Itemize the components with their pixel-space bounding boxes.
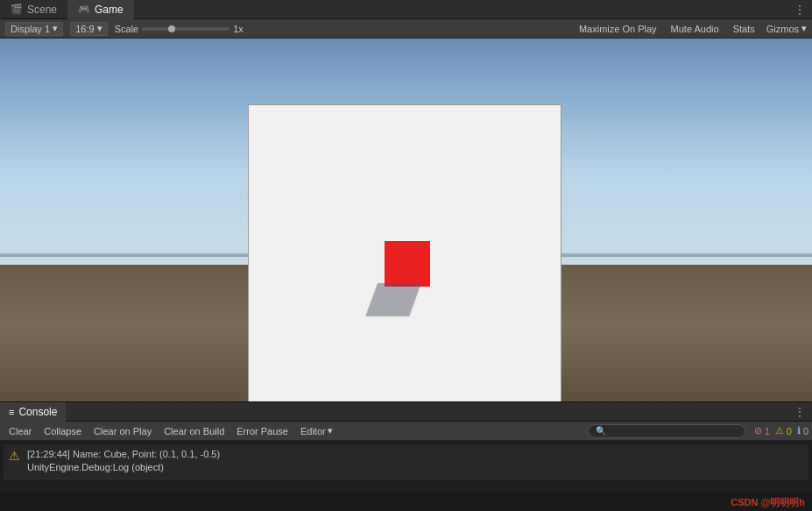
scale-control: Scale 1x: [115, 24, 244, 34]
info-count-value: 0: [803, 426, 808, 436]
log-warning-icon: ⚠: [9, 449, 20, 463]
console-counts: ⊘ 1 ⚠ 0 ℹ 0: [754, 425, 808, 436]
gizmos-chevron-icon: ▾: [801, 23, 807, 34]
console-tab-more[interactable]: ⋮: [794, 406, 812, 418]
warn-icon: ⚠: [775, 425, 784, 436]
error-count[interactable]: ⊘ 1: [754, 425, 770, 436]
toolbar-right: Maximize On Play Mute Audio Stats Gizmos…: [576, 23, 807, 34]
console-tab-bar: ≡ Console ⋮: [0, 402, 812, 422]
log-message: Name: Cube, Point: (0.1, 0.1, -0.5): [73, 449, 220, 459]
console-search-box[interactable]: 🔍: [588, 424, 745, 438]
maximize-on-play-button[interactable]: Maximize On Play: [576, 24, 660, 34]
gizmos-label: Gizmos: [766, 24, 799, 34]
collapse-button[interactable]: Collapse: [39, 424, 87, 438]
gizmos-dropdown[interactable]: Gizmos ▾: [766, 23, 807, 34]
clear-button[interactable]: Clear: [4, 424, 37, 438]
clear-on-play-button[interactable]: Clear on Play: [88, 424, 157, 438]
csdn-watermark: CSDN @明明明h: [731, 496, 805, 509]
scale-text-label: Scale: [115, 24, 139, 34]
log-time: [21:29:44]: [27, 449, 70, 459]
console-tab-label: Console: [18, 406, 57, 418]
error-count-value: 1: [765, 426, 770, 436]
stats-button[interactable]: Stats: [731, 24, 758, 34]
console-toolbar: Clear Collapse Clear on Play Clear on Bu…: [0, 422, 812, 441]
scale-thumb: [168, 25, 175, 32]
mute-audio-button[interactable]: Mute Audio: [668, 24, 722, 34]
display-label: Display 1: [11, 24, 50, 34]
aspect-chevron-icon: ▾: [97, 23, 102, 34]
game-toolbar: Display 1 ▾ 16:9 ▾ Scale 1x Maximize On …: [0, 19, 812, 39]
red-cube: [385, 241, 430, 287]
editor-label: Editor: [300, 426, 326, 436]
warn-count-value: 0: [787, 426, 792, 436]
aspect-label: 16:9: [75, 24, 94, 34]
tab-scene-label: Scene: [27, 4, 57, 16]
editor-chevron-icon: ▾: [328, 425, 333, 436]
scale-slider[interactable]: [142, 27, 229, 31]
console-panel: ≡ Console ⋮ Clear Collapse Clear on Play…: [0, 401, 812, 511]
cube-container: [385, 241, 430, 287]
status-bar: CSDN @明明明h: [0, 493, 812, 511]
info-icon: ℹ: [797, 425, 801, 436]
log-text: [21:29:44] Name: Cube, Point: (0.1, 0.1,…: [27, 448, 220, 475]
game-icon: 🎮: [78, 4, 90, 15]
warn-count[interactable]: ⚠ 0: [775, 425, 792, 436]
scene-icon: 🎬: [11, 4, 23, 15]
tab-bar: 🎬 Scene 🎮 Game ⋮: [0, 0, 812, 19]
tab-console[interactable]: ≡ Console: [0, 402, 66, 422]
console-tab-icon: ≡: [9, 407, 14, 417]
cube-shadow: [365, 283, 421, 316]
log-line-2: UnityEngine.Debug:Log (object): [27, 461, 220, 474]
tab-scene[interactable]: 🎬 Scene: [0, 0, 67, 19]
editor-dropdown[interactable]: Editor ▾: [295, 423, 338, 438]
tab-game-label: Game: [95, 4, 124, 16]
display-dropdown[interactable]: Display 1 ▾: [5, 22, 63, 36]
display-chevron-icon: ▾: [53, 23, 58, 34]
log-entry-1[interactable]: ⚠ [21:29:44] Name: Cube, Point: (0.1, 0.…: [4, 444, 808, 479]
console-log-area: ⚠ [21:29:44] Name: Cube, Point: (0.1, 0.…: [0, 441, 812, 493]
tab-game[interactable]: 🎮 Game: [67, 0, 134, 19]
tab-more-button[interactable]: ⋮: [794, 4, 812, 16]
game-canvas: [248, 104, 561, 415]
search-icon: 🔍: [596, 426, 606, 436]
clear-on-build-button[interactable]: Clear on Build: [159, 424, 229, 438]
aspect-dropdown[interactable]: 16:9 ▾: [70, 22, 107, 36]
game-viewport: [0, 39, 812, 415]
info-count[interactable]: ℹ 0: [797, 425, 808, 436]
error-icon: ⊘: [754, 425, 762, 436]
scale-value: 1x: [233, 24, 244, 34]
error-pause-button[interactable]: Error Pause: [231, 424, 293, 438]
log-line-1: [21:29:44] Name: Cube, Point: (0.1, 0.1,…: [27, 448, 220, 461]
